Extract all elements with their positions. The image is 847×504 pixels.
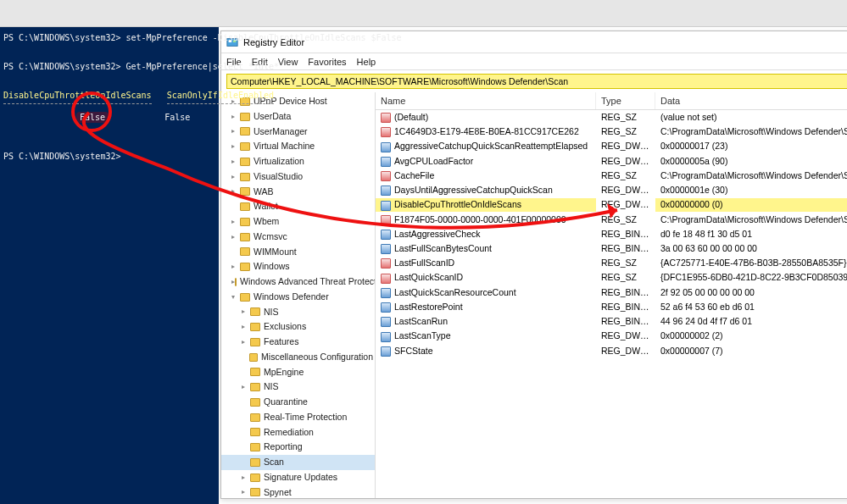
tree-item-label: Signature Updates	[264, 471, 337, 485]
ps-output-header: DisableCpuThrottleOnIdleScans ScanOnlyIf…	[0, 88, 219, 103]
chevron-right-icon[interactable]: ▸	[231, 262, 240, 272]
tree-item[interactable]: ▸Wbem	[221, 214, 375, 230]
tree-item-label: MpEngine	[264, 366, 304, 379]
value-row[interactable]: LastScanTypeREG_DWORD0x00000002 (2)	[376, 329, 847, 343]
value-row[interactable]: SFCStateREG_DWORD0x00000007 (7)	[376, 344, 847, 358]
value-row[interactable]: LastFullScanBytesCountREG_BINARY3a 00 63…	[376, 241, 847, 256]
tree-item[interactable]: Real-Time Protection	[221, 410, 375, 425]
value-row[interactable]: (Default)REG_SZ(value not set)	[376, 110, 847, 125]
folder-icon	[240, 218, 250, 226]
tree-item[interactable]: ▸Windows Advanced Threat Protection	[221, 274, 375, 290]
value-row[interactable]: LastQuickScanIDREG_SZ{DFC1E955-6DB0-421D…	[376, 270, 847, 285]
menu-favorites[interactable]: Favorites	[308, 57, 346, 67]
tree-item[interactable]: ▸Windows	[221, 259, 375, 274]
tree-item-label: WAB	[254, 186, 274, 199]
folder-icon	[250, 443, 260, 451]
value-row[interactable]: LastFullScanIDREG_SZ{AC725771-E40E-47B6-…	[376, 256, 847, 270]
chevron-right-icon[interactable]: ▸	[231, 141, 240, 152]
dword-value-icon	[381, 186, 391, 196]
values-pane[interactable]: Name Type Data (Default)REG_SZ(value not…	[376, 92, 847, 498]
value-name: (Default)	[394, 112, 428, 122]
tree-item-label: Windows Advanced Threat Protection	[240, 275, 376, 289]
chevron-right-icon[interactable]: ▸	[231, 186, 240, 197]
menu-view[interactable]: View	[278, 57, 298, 67]
value-type: REG_BINARY	[596, 315, 655, 328]
tree-item[interactable]: ▸Wcmsvc	[221, 230, 375, 245]
tree-item[interactable]: ▸NIS	[221, 379, 375, 395]
chevron-right-icon[interactable]: ▸	[231, 217, 240, 227]
col-header-type[interactable]: Type	[596, 92, 655, 109]
value-row[interactable]: AggressiveCatchupQuickScanReattemptElaps…	[376, 139, 847, 153]
tree-item[interactable]: Quarantine	[221, 395, 375, 410]
tree-item[interactable]: MpEngine	[221, 365, 375, 380]
tree-item[interactable]: ▸Virtual Machine	[221, 139, 375, 154]
chevron-right-icon[interactable]: ▸	[231, 157, 240, 167]
value-row[interactable]: LastScanRunREG_BINARY44 96 24 0d 4f f7 d…	[376, 314, 847, 329]
tree-item[interactable]: Reporting	[221, 440, 375, 455]
tree-item[interactable]: ▸VisualStudio	[221, 169, 375, 185]
value-row[interactable]: AvgCPULoadFactorREG_DWORD0x0000005a (90)	[376, 154, 847, 169]
folder-icon	[240, 187, 250, 196]
tree-item[interactable]: ▸Features	[221, 335, 375, 350]
value-row[interactable]: DisableCpuThrottleOnIdleScansREG_DWORD0x…	[376, 197, 847, 212]
folder-icon	[240, 142, 250, 151]
tree-item[interactable]: ▸UserManager	[221, 125, 375, 140]
tree-item[interactable]: ▸Spynet	[221, 485, 375, 499]
tree-item[interactable]: ▸UserData	[221, 109, 375, 125]
chevron-down-icon[interactable]: ▾	[231, 292, 240, 302]
chevron-right-icon[interactable]: ▸	[242, 473, 250, 483]
folder-icon	[240, 127, 250, 136]
tree-item[interactable]: ▸NIS	[221, 305, 375, 320]
value-data: 0x00000007 (7)	[655, 345, 847, 357]
chevron-right-icon[interactable]: ▸	[231, 112, 240, 122]
tree-item[interactable]: Miscellaneous Configuration	[221, 350, 375, 365]
string-value-icon	[381, 113, 391, 123]
chevron-right-icon[interactable]: ▸	[231, 232, 240, 242]
chevron-right-icon[interactable]: ▸	[242, 487, 250, 497]
value-data: {AC725771-E40E-47B6-B03B-28550BA8535F}	[655, 257, 847, 269]
col-header-name[interactable]: Name	[376, 92, 596, 109]
value-type: REG_SZ	[596, 257, 655, 269]
value-row[interactable]: F1874F05-0000-0000-0000-401F00000000REG_…	[376, 213, 847, 227]
folder-icon	[235, 278, 237, 286]
value-row[interactable]: DaysUntilAggressiveCatchupQuickScanREG_D…	[376, 183, 847, 197]
value-row[interactable]: LastAggressiveCheckREG_BINARYd0 fe 18 48…	[376, 227, 847, 241]
chevron-right-icon[interactable]: ▸	[242, 337, 250, 347]
ps-output-row: False False	[0, 110, 219, 125]
value-type: REG_SZ	[596, 271, 655, 284]
tree-item[interactable]: WIMMount	[221, 245, 375, 260]
tree-item-label: NIS	[264, 306, 279, 319]
value-type: REG_SZ	[596, 125, 655, 138]
col-header-data[interactable]: Data	[655, 92, 847, 109]
folder-icon	[240, 202, 250, 211]
chevron-right-icon[interactable]: ▸	[242, 307, 250, 317]
tree-item[interactable]: ▸Virtualization	[221, 154, 375, 169]
tree-item[interactable]: Wallet	[221, 199, 375, 214]
value-name: DaysUntilAggressiveCatchupQuickScan	[394, 185, 553, 195]
chevron-right-icon[interactable]: ▸	[231, 126, 240, 136]
tree-pane[interactable]: ▸UPnP Device Host▸UserData▸UserManager▸V…	[221, 92, 376, 498]
value-name: LastQuickScanResourceCount	[394, 287, 516, 297]
tree-item[interactable]: ▸WAB	[221, 185, 375, 200]
dword-value-icon	[381, 244, 391, 254]
value-row[interactable]: CacheFileREG_SZC:\ProgramData\Microsoft\…	[376, 169, 847, 183]
menu-help[interactable]: Help	[357, 57, 376, 67]
registry-body: ▸UPnP Device Host▸UserData▸UserManager▸V…	[221, 92, 847, 498]
chevron-right-icon[interactable]: ▸	[231, 172, 240, 182]
chevron-right-icon[interactable]: ▸	[242, 382, 250, 392]
tree-item[interactable]: ▸Signature Updates	[221, 470, 375, 485]
value-data: (value not set)	[655, 111, 847, 124]
value-row[interactable]: LastRestorePointREG_BINARY52 a6 f4 53 60…	[376, 300, 847, 314]
tree-item[interactable]: ▸Exclusions	[221, 319, 375, 335]
address-bar[interactable]: Computer\HKEY_LOCAL_MACHINE\SOFTWARE\Mic…	[226, 74, 847, 89]
tree-item[interactable]: ▾Windows Defender	[221, 290, 375, 305]
tree-item[interactable]: Remediation	[221, 425, 375, 440]
value-row[interactable]: 1C4649D3-E179-4E8E-B0EA-81CC917CE262REG_…	[376, 125, 847, 139]
chevron-right-icon[interactable]: ▸	[242, 322, 250, 332]
tree-item-label: Real-Time Protection	[264, 411, 347, 424]
value-row[interactable]: LastQuickScanResourceCountREG_BINARY2f 9…	[376, 285, 847, 300]
tree-item[interactable]: Scan	[221, 455, 375, 470]
ps-prompt-idle[interactable]: PS C:\WINDOWS\system32>	[0, 149, 219, 164]
value-type: REG_DWORD	[596, 345, 655, 357]
folder-icon	[240, 113, 250, 121]
